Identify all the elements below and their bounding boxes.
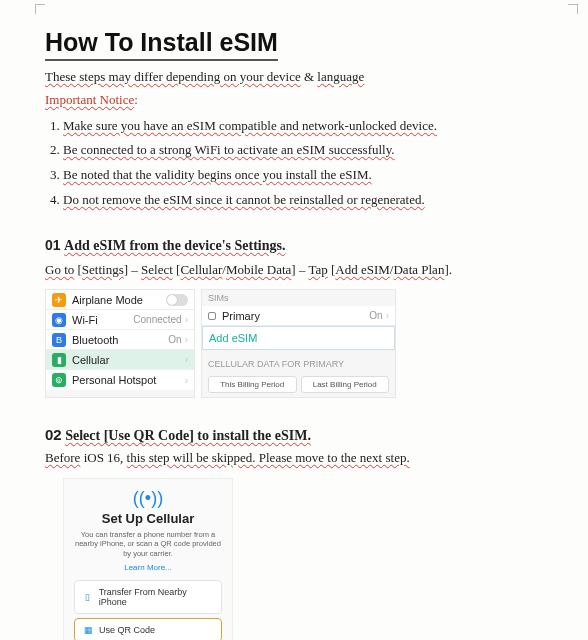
chevron-icon: › xyxy=(185,375,188,386)
notice-item: Do not remove the eSIM since it cannot b… xyxy=(63,188,543,213)
settings-right-panel: SIMs Primary On› Add eSIM CELLULAR DATA … xyxy=(201,289,396,398)
pill-last-period: Last Billing Period xyxy=(301,376,390,393)
row-label: Cellular xyxy=(72,354,182,366)
step2-sub: Before iOS 16, this step will be skipped… xyxy=(45,448,543,468)
subtitle: These steps may differ depending on your… xyxy=(45,67,543,88)
step1-title: Add eSIM from the device's Settings. xyxy=(64,238,285,253)
billing-period-tabs: This Billing Period Last Billing Period xyxy=(202,372,395,397)
option-transfer: ▯ Transfer From Nearby iPhone xyxy=(74,580,222,614)
row-label: Personal Hotspot xyxy=(72,374,182,386)
row-label: Airplane Mode xyxy=(72,294,166,306)
option-label: Transfer From Nearby iPhone xyxy=(99,587,213,607)
add-esim-row: Add eSIM xyxy=(202,326,395,350)
row-airplane: ✈ Airplane Mode xyxy=(46,290,194,310)
row-label: Bluetooth xyxy=(72,334,168,346)
sims-header: SIMs xyxy=(202,290,395,306)
wifi-icon: ◉ xyxy=(52,313,66,327)
setup-title: Set Up Cellular xyxy=(74,511,222,526)
subtitle-a: These steps may differ depending on your… xyxy=(45,69,301,84)
step1-heading: 01 Add eSIM from the device's Settings. xyxy=(45,237,543,254)
phone-icon: ▯ xyxy=(83,592,93,602)
row-wifi: ◉ Wi-Fi Connected› xyxy=(46,310,194,330)
crop-mark-tr xyxy=(568,4,578,14)
crop-mark-tl xyxy=(35,4,45,14)
notice-item: Be connected to a strong WiFi to activat… xyxy=(63,138,543,163)
pill-this-period: This Billing Period xyxy=(208,376,297,393)
document-page: How To Install eSIM These steps may diff… xyxy=(0,0,588,640)
airplane-toggle xyxy=(166,294,188,306)
option-label: Use QR Code xyxy=(99,625,155,635)
learn-more-link: Learn More... xyxy=(74,563,222,572)
hotspot-icon: ⊚ xyxy=(52,373,66,387)
notice-item: Be noted that the validity begins once y… xyxy=(63,163,543,188)
subtitle-b: language xyxy=(317,69,364,84)
step2-num: 02 xyxy=(45,426,62,443)
cellular-data-header: CELLULAR DATA FOR PRIMARY xyxy=(202,356,395,372)
row-value: On xyxy=(168,334,181,345)
airplane-icon: ✈ xyxy=(52,293,66,307)
chevron-icon: › xyxy=(185,314,188,325)
chevron-icon: › xyxy=(185,334,188,345)
step2-title: Select [Use QR Code] to install the eSIM… xyxy=(65,428,311,443)
row-label: Wi-Fi xyxy=(72,314,133,326)
colon: : xyxy=(134,92,138,107)
row-cellular: ▮ Cellular › xyxy=(46,350,194,370)
ios-screenshot-2: ((•)) Set Up Cellular You can transfer a… xyxy=(63,478,233,640)
notice-list: Make sure you have an eSIM compatible an… xyxy=(45,114,543,213)
row-value: On xyxy=(369,310,382,321)
bluetooth-icon: B xyxy=(52,333,66,347)
ampersand: & xyxy=(301,69,318,84)
important-text: Important Notice xyxy=(45,92,134,107)
step1-sub: Go to [Settings] – Select [Cellular/Mobi… xyxy=(45,260,543,280)
row-label: Primary xyxy=(222,310,369,322)
page-title: How To Install eSIM xyxy=(45,28,278,61)
cellular-icon: ▮ xyxy=(52,353,66,367)
row-hotspot: ⊚ Personal Hotspot › xyxy=(46,370,194,390)
row-value: Connected xyxy=(133,314,181,325)
row-primary: Primary On› xyxy=(202,306,395,326)
chevron-icon: › xyxy=(185,354,188,365)
sim-icon xyxy=(208,312,216,320)
chevron-icon: › xyxy=(386,310,389,321)
ios-screenshot-1: ✈ Airplane Mode ◉ Wi-Fi Connected› B Blu… xyxy=(45,289,543,398)
important-notice-label: Important Notice: xyxy=(45,92,543,108)
qr-icon: ▦ xyxy=(83,625,93,635)
antenna-icon: ((•)) xyxy=(74,489,222,507)
notice-item: Make sure you have an eSIM compatible an… xyxy=(63,114,543,139)
step2-heading: 02 Select [Use QR Code] to install the e… xyxy=(45,426,543,444)
row-bluetooth: B Bluetooth On› xyxy=(46,330,194,350)
step1-num: 01 xyxy=(45,237,61,253)
setup-subtitle: You can transfer a phone number from a n… xyxy=(74,530,222,559)
settings-left-panel: ✈ Airplane Mode ◉ Wi-Fi Connected› B Blu… xyxy=(45,289,195,398)
option-qr-code: ▦ Use QR Code xyxy=(74,618,222,640)
